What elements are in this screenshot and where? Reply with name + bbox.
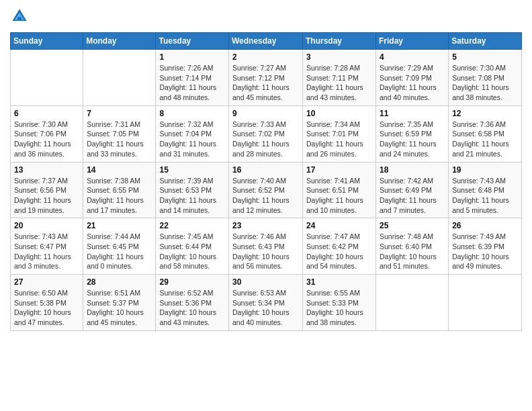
day-cell: 24Sunrise: 7:47 AMSunset: 6:42 PMDayligh… [303,218,376,275]
week-row-2: 6Sunrise: 7:30 AMSunset: 7:06 PMDaylight… [11,105,522,162]
header-row: SundayMondayTuesdayWednesdayThursdayFrid… [11,33,522,50]
day-info: Sunrise: 7:36 AMSunset: 6:58 PMDaylight:… [452,120,518,159]
day-cell: 29Sunrise: 6:52 AMSunset: 5:36 PMDayligh… [156,275,229,331]
day-info: Sunrise: 7:38 AMSunset: 6:55 PMDaylight:… [87,176,152,216]
logo [10,7,32,26]
day-info: Sunrise: 7:41 AMSunset: 6:51 PMDaylight:… [306,176,372,216]
day-number: 9 [232,109,299,118]
day-cell: 10Sunrise: 7:34 AMSunset: 7:01 PMDayligh… [303,105,376,162]
day-number: 16 [232,165,299,175]
week-row-3: 13Sunrise: 7:37 AMSunset: 6:56 PMDayligh… [11,162,522,218]
day-cell: 13Sunrise: 7:37 AMSunset: 6:56 PMDayligh… [11,162,83,218]
day-cell [376,275,449,331]
day-number: 25 [380,221,445,230]
day-number: 18 [380,165,445,175]
day-number: 8 [159,109,225,118]
day-cell: 23Sunrise: 7:46 AMSunset: 6:43 PMDayligh… [229,218,303,275]
day-cell: 8Sunrise: 7:32 AMSunset: 7:04 PMDaylight… [156,105,229,162]
day-info: Sunrise: 7:33 AMSunset: 7:02 PMDaylight:… [232,120,299,159]
day-cell: 30Sunrise: 6:53 AMSunset: 5:34 PMDayligh… [229,275,303,331]
day-cell [449,275,522,331]
day-cell [11,50,83,106]
day-number: 30 [232,277,299,287]
day-number: 24 [306,221,372,230]
day-cell: 28Sunrise: 6:51 AMSunset: 5:37 PMDayligh… [83,275,156,331]
day-info: Sunrise: 7:44 AMSunset: 6:45 PMDaylight:… [87,232,152,271]
day-info: Sunrise: 7:46 AMSunset: 6:43 PMDaylight:… [232,232,299,271]
day-number: 20 [14,221,79,230]
day-cell: 15Sunrise: 7:39 AMSunset: 6:53 PMDayligh… [156,162,229,218]
day-cell: 22Sunrise: 7:45 AMSunset: 6:44 PMDayligh… [156,218,229,275]
day-info: Sunrise: 7:40 AMSunset: 6:52 PMDaylight:… [232,176,299,216]
logo-icon [10,7,29,26]
col-header-tuesday: Tuesday [156,33,229,50]
day-number: 29 [159,277,225,287]
day-info: Sunrise: 7:32 AMSunset: 7:04 PMDaylight:… [159,120,225,159]
day-cell: 4Sunrise: 7:29 AMSunset: 7:09 PMDaylight… [376,50,449,106]
col-header-wednesday: Wednesday [229,33,303,50]
day-cell: 25Sunrise: 7:48 AMSunset: 6:40 PMDayligh… [376,218,449,275]
day-info: Sunrise: 6:50 AMSunset: 5:38 PMDaylight:… [14,288,79,328]
day-number: 31 [306,277,372,287]
day-cell: 6Sunrise: 7:30 AMSunset: 7:06 PMDaylight… [11,105,83,162]
day-number: 7 [87,109,152,118]
day-info: Sunrise: 7:47 AMSunset: 6:42 PMDaylight:… [306,232,372,271]
day-info: Sunrise: 7:29 AMSunset: 7:09 PMDaylight:… [380,63,445,103]
day-number: 1 [159,52,225,62]
day-info: Sunrise: 7:26 AMSunset: 7:14 PMDaylight:… [159,63,225,103]
day-info: Sunrise: 7:28 AMSunset: 7:11 PMDaylight:… [306,63,372,103]
day-cell: 1Sunrise: 7:26 AMSunset: 7:14 PMDaylight… [156,50,229,106]
day-info: Sunrise: 7:42 AMSunset: 6:49 PMDaylight:… [380,176,445,216]
day-cell: 5Sunrise: 7:30 AMSunset: 7:08 PMDaylight… [449,50,522,106]
day-cell: 17Sunrise: 7:41 AMSunset: 6:51 PMDayligh… [303,162,376,218]
day-cell: 21Sunrise: 7:44 AMSunset: 6:45 PMDayligh… [83,218,156,275]
svg-rect-2 [17,17,21,21]
day-info: Sunrise: 7:34 AMSunset: 7:01 PMDaylight:… [306,120,372,159]
day-cell: 26Sunrise: 7:49 AMSunset: 6:39 PMDayligh… [449,218,522,275]
day-info: Sunrise: 7:43 AMSunset: 6:48 PMDaylight:… [452,176,518,216]
day-number: 13 [14,165,79,175]
col-header-thursday: Thursday [303,33,376,50]
day-cell: 7Sunrise: 7:31 AMSunset: 7:05 PMDaylight… [83,105,156,162]
col-header-saturday: Saturday [449,33,522,50]
day-number: 2 [232,52,299,62]
day-info: Sunrise: 7:35 AMSunset: 6:59 PMDaylight:… [380,120,445,159]
day-number: 27 [14,277,79,287]
day-info: Sunrise: 7:49 AMSunset: 6:39 PMDaylight:… [452,232,518,271]
day-info: Sunrise: 7:48 AMSunset: 6:40 PMDaylight:… [380,232,445,271]
day-number: 3 [306,52,372,62]
day-number: 22 [159,221,225,230]
day-info: Sunrise: 6:53 AMSunset: 5:34 PMDaylight:… [232,288,299,328]
day-cell: 14Sunrise: 7:38 AMSunset: 6:55 PMDayligh… [83,162,156,218]
day-cell: 20Sunrise: 7:43 AMSunset: 6:47 PMDayligh… [11,218,83,275]
col-header-monday: Monday [83,33,156,50]
day-number: 10 [306,109,372,118]
day-cell: 11Sunrise: 7:35 AMSunset: 6:59 PMDayligh… [376,105,449,162]
day-number: 6 [14,109,79,118]
week-row-5: 27Sunrise: 6:50 AMSunset: 5:38 PMDayligh… [11,275,522,331]
day-info: Sunrise: 6:55 AMSunset: 5:33 PMDaylight:… [306,288,372,328]
day-cell: 31Sunrise: 6:55 AMSunset: 5:33 PMDayligh… [303,275,376,331]
day-cell: 16Sunrise: 7:40 AMSunset: 6:52 PMDayligh… [229,162,303,218]
day-info: Sunrise: 7:37 AMSunset: 6:56 PMDaylight:… [14,176,79,216]
col-header-sunday: Sunday [11,33,83,50]
day-info: Sunrise: 6:51 AMSunset: 5:37 PMDaylight:… [87,288,152,328]
day-info: Sunrise: 7:39 AMSunset: 6:53 PMDaylight:… [159,176,225,216]
day-cell [83,50,156,106]
day-info: Sunrise: 7:30 AMSunset: 7:06 PMDaylight:… [14,120,79,159]
day-number: 28 [87,277,152,287]
day-info: Sunrise: 6:52 AMSunset: 5:36 PMDaylight:… [159,288,225,328]
day-number: 19 [452,165,518,175]
day-number: 12 [452,109,518,118]
col-header-friday: Friday [376,33,449,50]
day-number: 14 [87,165,152,175]
day-cell: 18Sunrise: 7:42 AMSunset: 6:49 PMDayligh… [376,162,449,218]
calendar-table: SundayMondayTuesdayWednesdayThursdayFrid… [10,32,522,331]
week-row-4: 20Sunrise: 7:43 AMSunset: 6:47 PMDayligh… [11,218,522,275]
day-cell: 2Sunrise: 7:27 AMSunset: 7:12 PMDaylight… [229,50,303,106]
day-info: Sunrise: 7:43 AMSunset: 6:47 PMDaylight:… [14,232,79,271]
day-info: Sunrise: 7:31 AMSunset: 7:05 PMDaylight:… [87,120,152,159]
day-number: 4 [380,52,445,62]
day-number: 23 [232,221,299,230]
day-info: Sunrise: 7:45 AMSunset: 6:44 PMDaylight:… [159,232,225,271]
